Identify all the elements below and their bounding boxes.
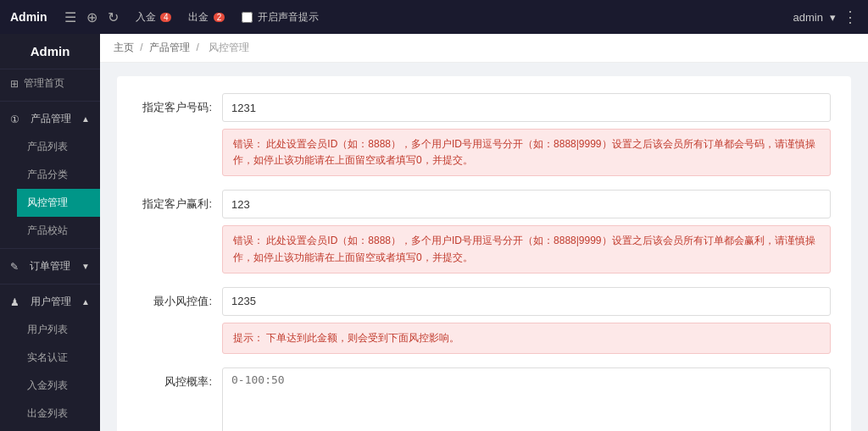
form-section: 指定客户号码: 错误： 此处设置会员ID（如：8888），多个用户ID号用逗号分… [117, 76, 851, 431]
topbar-logo: Admin [10, 10, 47, 24]
deposit-tab[interactable]: 入金 4 [129, 7, 179, 28]
sidebar-item-real-name[interactable]: 实名认证 [17, 344, 100, 372]
topbar-tabs: 入金 4 出金 2 [129, 7, 232, 28]
sidebar-logo: Admin [0, 34, 100, 69]
sidebar-item-product-list[interactable]: 产品列表 [17, 133, 100, 161]
alert-msg-1: 此处设置会员ID（如：8888），多个用户ID号用逗号分开（如：8888|999… [233, 138, 815, 166]
input-customer-profit[interactable] [222, 190, 831, 218]
input-min-risk[interactable] [222, 287, 831, 316]
breadcrumb-current: 风控管理 [209, 41, 249, 53]
topbar-right[interactable]: admin ▾ ⋮ [793, 8, 858, 26]
alert-customer-id: 错误： 此处设置会员ID（如：8888），多个用户ID号用逗号分开（如：8888… [222, 129, 831, 176]
sidebar-user-sub: 用户列表 实名认证 入金列表 出金列表 [0, 316, 100, 428]
sidebar-item-order[interactable]: ✎ 订单管理 ▼ [0, 252, 100, 280]
home-icon: ⊞ [10, 78, 19, 90]
more-icon[interactable]: ⋮ [843, 8, 858, 26]
alert-customer-profit: 错误： 此处设置会员ID（如：8888），多个用户ID号用逗号分开（如：8888… [222, 225, 831, 273]
alert-msg-3: 下单达到此金额，则会受到下面风控影响。 [266, 332, 459, 344]
topbar: Admin ☰ ⊕ ↻ 入金 4 出金 2 开启声音提示 admin ▾ ⋮ [0, 0, 868, 34]
product-icon: ① [10, 113, 19, 125]
field-customer-profit: 错误： 此处设置会员ID（如：8888），多个用户ID号用逗号分开（如：8888… [222, 190, 831, 273]
sidebar-item-user[interactable]: ♟ 用户管理 ▲ [0, 288, 100, 316]
breadcrumb-home[interactable]: 主页 [114, 41, 134, 53]
withdraw-tab[interactable]: 出金 2 [181, 7, 231, 28]
withdraw-badge: 2 [214, 13, 225, 22]
input-customer-id[interactable] [222, 93, 831, 122]
chevron-up-icon: ▲ [81, 114, 90, 124]
form-row-3: 最小风控值: 提示： 下单达到此金额，则会受到下面风控影响。 [137, 287, 831, 354]
sidebar-item-product[interactable]: ① 产品管理 ▲ [0, 105, 100, 133]
order-icon: ✎ [10, 261, 19, 273]
form-row-4: 风控概率: 说明： 输入金额区间，在金额区间之内价格振动概率音节，不在此区间则不… [137, 367, 831, 431]
sidebar-item-withdraw-list[interactable]: 出金列表 [17, 400, 100, 428]
textarea-risk-rate[interactable] [222, 367, 831, 431]
sidebar-item-deposit-list[interactable]: 入金列表 [17, 372, 100, 400]
sidebar-item-risk-control[interactable]: 风控管理 [17, 189, 100, 217]
chevron-down-icon: ▼ [81, 262, 90, 271]
globe-icon[interactable]: ⊕ [86, 9, 97, 25]
content-area: 指定客户号码: 错误： 此处设置会员ID（如：8888），多个用户ID号用逗号分… [100, 63, 868, 431]
label-customer-profit: 指定客户赢利: [137, 190, 222, 212]
label-risk-rate: 风控概率: [137, 367, 222, 390]
label-min-risk: 最小风控值: [137, 287, 222, 309]
breadcrumb: 主页 / 产品管理 / 风控管理 [100, 34, 868, 63]
alert-title-2: 错误： [233, 235, 264, 246]
alert-title-1: 错误： [233, 138, 264, 150]
alert-title-3: 提示： [233, 332, 264, 344]
sidebar-item-product-station[interactable]: 产品校站 [17, 217, 100, 245]
user-icon: ♟ [10, 296, 19, 308]
topbar-notice: 开启声音提示 [242, 10, 319, 25]
field-risk-rate: 说明： 输入金额区间，在金额区间之内价格振动概率音节，不在此区间则不受风控影响 … [222, 367, 831, 431]
sidebar-item-home[interactable]: ⊞ 管理首页 [0, 69, 100, 97]
sidebar-product-sub: 产品列表 产品分类 风控管理 产品校站 [0, 133, 100, 245]
refresh-icon[interactable]: ↻ [108, 9, 119, 25]
sidebar-item-product-category[interactable]: 产品分类 [17, 161, 100, 189]
alert-msg-2: 此处设置会员ID（如：8888），多个用户ID号用逗号分开（如：8888|999… [233, 235, 815, 262]
sidebar-item-user-list[interactable]: 用户列表 [17, 316, 100, 344]
alert-min-risk: 提示： 下单达到此金额，则会受到下面风控影响。 [222, 323, 831, 354]
form-row-2: 指定客户赢利: 错误： 此处设置会员ID（如：8888），多个用户ID号用逗号分… [137, 190, 831, 273]
notice-checkbox[interactable] [242, 12, 253, 23]
chevron-up-icon2: ▲ [81, 297, 90, 307]
main-content: 主页 / 产品管理 / 风控管理 指定客户号码: 错误： 此处设置会员ID（如：… [100, 34, 868, 431]
breadcrumb-parent[interactable]: 产品管理 [149, 41, 190, 53]
field-min-risk: 提示： 下单达到此金额，则会受到下面风控影响。 [222, 287, 831, 354]
field-customer-id: 错误： 此处设置会员ID（如：8888），多个用户ID号用逗号分开（如：8888… [222, 93, 831, 176]
topbar-left: Admin ☰ ⊕ ↻ 入金 4 出金 2 开启声音提示 [10, 7, 319, 28]
form-row-1: 指定客户号码: 错误： 此处设置会员ID（如：8888），多个用户ID号用逗号分… [137, 93, 831, 176]
label-customer-id: 指定客户号码: [137, 93, 222, 115]
sidebar: Admin ⊞ 管理首页 ① 产品管理 ▲ 产品列表 产品分类 风控管理 产品校… [0, 34, 100, 431]
deposit-badge: 4 [160, 13, 172, 22]
menu-icon[interactable]: ☰ [64, 9, 76, 25]
